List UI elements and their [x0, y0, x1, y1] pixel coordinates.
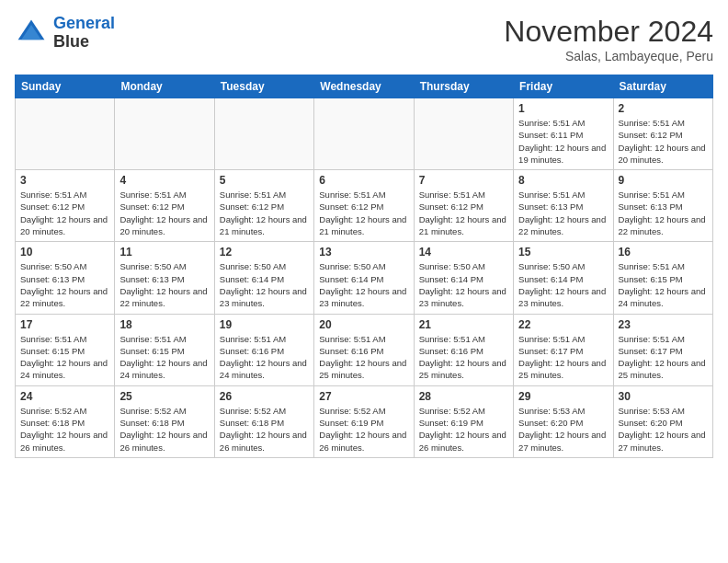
day-number: 17 [20, 318, 109, 331]
day-number: 7 [419, 174, 508, 187]
day-number: 6 [319, 174, 408, 187]
title-block: November 2024 Salas, Lambayeque, Peru [504, 15, 713, 63]
day-number: 10 [20, 246, 109, 259]
day-info: Sunrise: 5:52 AM Sunset: 6:19 PM Dayligh… [319, 405, 408, 454]
calendar-cell [314, 98, 414, 170]
calendar-cell: 3Sunrise: 5:51 AM Sunset: 6:12 PM Daylig… [16, 170, 115, 242]
calendar-week-row: 10Sunrise: 5:50 AM Sunset: 6:13 PM Dayli… [16, 242, 713, 314]
day-number: 8 [518, 174, 608, 187]
day-number: 25 [119, 390, 209, 403]
page-header: GeneralBlue November 2024 Salas, Lambaye… [15, 15, 713, 63]
day-info: Sunrise: 5:50 AM Sunset: 6:13 PM Dayligh… [20, 260, 109, 309]
weekday-header: Tuesday [214, 75, 313, 98]
calendar-cell: 29Sunrise: 5:53 AM Sunset: 6:20 PM Dayli… [514, 385, 613, 457]
calendar-cell: 26Sunrise: 5:52 AM Sunset: 6:18 PM Dayli… [214, 385, 313, 457]
day-info: Sunrise: 5:51 AM Sunset: 6:16 PM Dayligh… [319, 333, 408, 382]
day-number: 21 [419, 318, 508, 331]
day-number: 11 [119, 246, 209, 259]
day-number: 23 [619, 318, 708, 331]
day-info: Sunrise: 5:50 AM Sunset: 6:14 PM Dayligh… [319, 260, 408, 309]
calendar-cell: 8Sunrise: 5:51 AM Sunset: 6:13 PM Daylig… [514, 170, 613, 242]
day-info: Sunrise: 5:51 AM Sunset: 6:11 PM Dayligh… [518, 117, 608, 166]
day-number: 28 [419, 390, 508, 403]
calendar-cell: 9Sunrise: 5:51 AM Sunset: 6:13 PM Daylig… [613, 170, 712, 242]
day-number: 20 [319, 318, 408, 331]
calendar-cell [214, 98, 313, 170]
calendar-table: SundayMondayTuesdayWednesdayThursdayFrid… [15, 75, 713, 458]
day-number: 9 [619, 174, 708, 187]
calendar-cell: 30Sunrise: 5:53 AM Sunset: 6:20 PM Dayli… [613, 385, 712, 457]
day-info: Sunrise: 5:50 AM Sunset: 6:13 PM Dayligh… [119, 260, 209, 309]
calendar-cell: 19Sunrise: 5:51 AM Sunset: 6:16 PM Dayli… [214, 314, 313, 385]
calendar-cell: 25Sunrise: 5:52 AM Sunset: 6:18 PM Dayli… [115, 385, 214, 457]
day-number: 2 [619, 102, 708, 115]
weekday-header: Thursday [414, 75, 513, 98]
calendar-cell: 1Sunrise: 5:51 AM Sunset: 6:11 PM Daylig… [514, 98, 613, 170]
calendar-cell: 17Sunrise: 5:51 AM Sunset: 6:15 PM Dayli… [16, 314, 115, 385]
day-number: 15 [518, 246, 608, 259]
calendar-week-row: 17Sunrise: 5:51 AM Sunset: 6:15 PM Dayli… [16, 314, 713, 385]
month-title: November 2024 [504, 15, 713, 49]
calendar-cell: 6Sunrise: 5:51 AM Sunset: 6:12 PM Daylig… [314, 170, 414, 242]
day-info: Sunrise: 5:51 AM Sunset: 6:15 PM Dayligh… [119, 333, 209, 382]
calendar-cell: 10Sunrise: 5:50 AM Sunset: 6:13 PM Dayli… [16, 242, 115, 314]
day-number: 29 [518, 390, 608, 403]
day-info: Sunrise: 5:51 AM Sunset: 6:13 PM Dayligh… [518, 189, 608, 237]
day-info: Sunrise: 5:51 AM Sunset: 6:12 PM Dayligh… [619, 117, 708, 166]
calendar-cell: 12Sunrise: 5:50 AM Sunset: 6:14 PM Dayli… [214, 242, 313, 314]
day-info: Sunrise: 5:51 AM Sunset: 6:12 PM Dayligh… [119, 189, 209, 237]
calendar-cell: 7Sunrise: 5:51 AM Sunset: 6:12 PM Daylig… [414, 170, 513, 242]
location: Salas, Lambayeque, Peru [504, 49, 713, 63]
day-info: Sunrise: 5:52 AM Sunset: 6:18 PM Dayligh… [20, 405, 109, 454]
weekday-header: Sunday [16, 75, 115, 98]
day-number: 22 [518, 318, 608, 331]
day-number: 1 [518, 102, 608, 115]
calendar-cell: 14Sunrise: 5:50 AM Sunset: 6:14 PM Dayli… [414, 242, 513, 314]
calendar-cell: 27Sunrise: 5:52 AM Sunset: 6:19 PM Dayli… [314, 385, 414, 457]
calendar-cell: 2Sunrise: 5:51 AM Sunset: 6:12 PM Daylig… [613, 98, 712, 170]
day-info: Sunrise: 5:52 AM Sunset: 6:19 PM Dayligh… [419, 405, 508, 454]
day-info: Sunrise: 5:51 AM Sunset: 6:15 PM Dayligh… [20, 333, 109, 382]
calendar-cell: 22Sunrise: 5:51 AM Sunset: 6:17 PM Dayli… [514, 314, 613, 385]
calendar-cell: 13Sunrise: 5:50 AM Sunset: 6:14 PM Dayli… [314, 242, 414, 314]
day-number: 27 [319, 390, 408, 403]
day-info: Sunrise: 5:51 AM Sunset: 6:16 PM Dayligh… [419, 333, 508, 382]
weekday-header: Friday [514, 75, 613, 98]
day-number: 26 [220, 390, 309, 403]
day-info: Sunrise: 5:50 AM Sunset: 6:14 PM Dayligh… [518, 260, 608, 309]
day-info: Sunrise: 5:51 AM Sunset: 6:12 PM Dayligh… [220, 189, 309, 237]
calendar-cell: 23Sunrise: 5:51 AM Sunset: 6:17 PM Dayli… [613, 314, 712, 385]
day-info: Sunrise: 5:51 AM Sunset: 6:12 PM Dayligh… [419, 189, 508, 237]
day-info: Sunrise: 5:51 AM Sunset: 6:12 PM Dayligh… [20, 189, 109, 237]
day-info: Sunrise: 5:50 AM Sunset: 6:14 PM Dayligh… [220, 260, 309, 309]
day-number: 4 [119, 174, 209, 187]
calendar-week-row: 3Sunrise: 5:51 AM Sunset: 6:12 PM Daylig… [16, 170, 713, 242]
calendar-cell [414, 98, 513, 170]
day-number: 3 [20, 174, 109, 187]
day-info: Sunrise: 5:53 AM Sunset: 6:20 PM Dayligh… [619, 405, 708, 454]
logo: GeneralBlue [15, 15, 115, 52]
day-info: Sunrise: 5:51 AM Sunset: 6:12 PM Dayligh… [319, 189, 408, 237]
calendar-header-row: SundayMondayTuesdayWednesdayThursdayFrid… [16, 75, 713, 98]
calendar-cell: 18Sunrise: 5:51 AM Sunset: 6:15 PM Dayli… [115, 314, 214, 385]
day-number: 30 [619, 390, 708, 403]
day-number: 16 [619, 246, 708, 259]
day-info: Sunrise: 5:52 AM Sunset: 6:18 PM Dayligh… [119, 405, 209, 454]
day-info: Sunrise: 5:51 AM Sunset: 6:16 PM Dayligh… [220, 333, 309, 382]
day-number: 19 [220, 318, 309, 331]
calendar-cell: 15Sunrise: 5:50 AM Sunset: 6:14 PM Dayli… [514, 242, 613, 314]
day-number: 13 [319, 246, 408, 259]
day-number: 5 [220, 174, 309, 187]
day-info: Sunrise: 5:53 AM Sunset: 6:20 PM Dayligh… [518, 405, 608, 454]
day-number: 18 [119, 318, 209, 331]
day-info: Sunrise: 5:52 AM Sunset: 6:18 PM Dayligh… [220, 405, 309, 454]
calendar-cell: 4Sunrise: 5:51 AM Sunset: 6:12 PM Daylig… [115, 170, 214, 242]
day-info: Sunrise: 5:51 AM Sunset: 6:17 PM Dayligh… [518, 333, 608, 382]
calendar-week-row: 24Sunrise: 5:52 AM Sunset: 6:18 PM Dayli… [16, 385, 713, 457]
weekday-header: Saturday [613, 75, 712, 98]
calendar-week-row: 1Sunrise: 5:51 AM Sunset: 6:11 PM Daylig… [16, 98, 713, 170]
day-number: 24 [20, 390, 109, 403]
day-number: 14 [419, 246, 508, 259]
calendar-cell: 16Sunrise: 5:51 AM Sunset: 6:15 PM Dayli… [613, 242, 712, 314]
day-number: 12 [220, 246, 309, 259]
